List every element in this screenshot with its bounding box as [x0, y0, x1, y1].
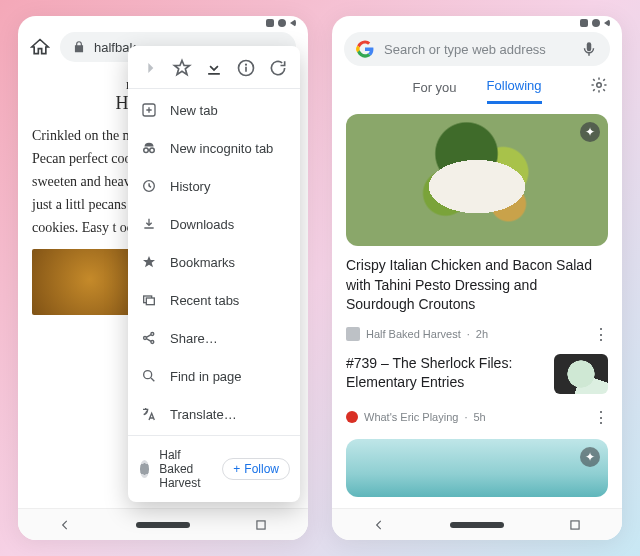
- menu-history[interactable]: History: [128, 167, 300, 205]
- forward-icon[interactable]: [140, 58, 160, 78]
- menu-find[interactable]: Find in page: [128, 357, 300, 395]
- menu-follow-row: Half Baked Harvest + Follow: [128, 438, 300, 502]
- source-name: What's Eric Playing: [364, 411, 458, 423]
- overflow-menu: New tab New incognito tab History Downlo…: [128, 46, 300, 502]
- card-title: #739 – The Sherlock Files: Elementary En…: [346, 354, 544, 393]
- share-icon: [140, 329, 158, 347]
- plus-icon: [140, 101, 158, 119]
- card-image[interactable]: ✦: [346, 439, 608, 497]
- svg-rect-2: [245, 67, 247, 72]
- follow-button[interactable]: + Follow: [222, 458, 290, 480]
- phone-left: halfbak H A L F H A R Crinkled on the mi…: [18, 16, 308, 540]
- menu-share[interactable]: Share…: [128, 319, 300, 357]
- card-source-row: Half Baked Harvest · 2h ⋮: [346, 325, 608, 344]
- menu-label: New tab: [170, 103, 218, 118]
- menu-recent-tabs[interactable]: Recent tabs: [128, 281, 300, 319]
- menu-label: Share…: [170, 331, 218, 346]
- menu-incognito[interactable]: New incognito tab: [128, 129, 300, 167]
- back-icon[interactable]: [372, 518, 386, 532]
- home-icon[interactable]: [30, 37, 50, 57]
- tab-for-you[interactable]: For you: [413, 80, 457, 103]
- svg-point-5: [150, 148, 155, 153]
- menu-label: New incognito tab: [170, 141, 273, 156]
- find-icon: [140, 367, 158, 385]
- history-icon: [140, 177, 158, 195]
- menu-label: Find in page: [170, 369, 242, 384]
- menu-label: History: [170, 179, 210, 194]
- translate-icon: [140, 405, 158, 423]
- source-favicon-icon: [346, 327, 360, 341]
- star-icon[interactable]: [172, 58, 192, 78]
- tab-following[interactable]: Following: [487, 78, 542, 104]
- save-pin-icon[interactable]: ✦: [580, 122, 600, 142]
- card-image[interactable]: ✦: [346, 114, 608, 246]
- refresh-icon[interactable]: [268, 58, 288, 78]
- phone-right: Search or type web address For you Follo…: [332, 16, 622, 540]
- status-bar: [18, 16, 308, 24]
- svg-point-9: [144, 337, 147, 340]
- save-pin-icon[interactable]: ✦: [580, 447, 600, 467]
- feed: ✦ Crispy Italian Chicken and Bacon Salad…: [332, 104, 622, 497]
- follow-label: Follow: [244, 462, 279, 476]
- svg-rect-14: [587, 42, 592, 51]
- menu-label: Bookmarks: [170, 255, 235, 270]
- search-input[interactable]: Search or type web address: [344, 32, 610, 66]
- svg-point-12: [144, 371, 152, 379]
- card-overflow-icon[interactable]: ⋮: [593, 408, 608, 427]
- system-nav-bar: [18, 508, 308, 540]
- google-logo-icon: [356, 40, 374, 58]
- gear-icon[interactable]: [590, 76, 608, 94]
- card-overflow-icon[interactable]: ⋮: [593, 325, 608, 344]
- svg-rect-8: [146, 298, 154, 305]
- svg-point-11: [151, 341, 154, 344]
- card-row[interactable]: #739 – The Sherlock Files: Elementary En…: [346, 354, 608, 394]
- home-pill[interactable]: [136, 522, 190, 528]
- svg-point-15: [597, 83, 602, 88]
- system-nav-bar: [332, 508, 622, 540]
- svg-rect-16: [571, 520, 579, 528]
- menu-new-tab[interactable]: New tab: [128, 91, 300, 129]
- status-bar: [332, 16, 622, 24]
- svg-point-4: [144, 148, 149, 153]
- overview-icon[interactable]: [568, 518, 582, 532]
- recent-tabs-icon: [140, 291, 158, 309]
- source-age: 2h: [476, 328, 488, 340]
- svg-point-10: [151, 333, 154, 336]
- feed-tabs: For you Following: [332, 68, 622, 104]
- home-pill[interactable]: [450, 522, 504, 528]
- search-bar-row: Search or type web address: [332, 24, 622, 68]
- svg-point-1: [245, 64, 247, 66]
- source-age: 5h: [473, 411, 485, 423]
- lock-icon: [72, 40, 86, 54]
- site-name: Half Baked Harvest: [159, 448, 212, 490]
- bookmark-star-icon: [140, 253, 158, 271]
- back-icon[interactable]: [58, 518, 72, 532]
- search-placeholder: Search or type web address: [384, 42, 546, 57]
- download-small-icon: [140, 215, 158, 233]
- overview-icon[interactable]: [254, 518, 268, 532]
- incognito-icon: [140, 139, 158, 157]
- card-source-row: What's Eric Playing · 5h ⋮: [346, 408, 608, 427]
- menu-label: Downloads: [170, 217, 234, 232]
- menu-bookmarks[interactable]: Bookmarks: [128, 243, 300, 281]
- menu-label: Translate…: [170, 407, 237, 422]
- download-icon[interactable]: [204, 58, 224, 78]
- card-title[interactable]: Crispy Italian Chicken and Bacon Salad w…: [346, 256, 608, 315]
- source-favicon-icon: [346, 411, 358, 423]
- plus-small-icon: +: [233, 462, 240, 476]
- menu-label: Recent tabs: [170, 293, 239, 308]
- source-name: Half Baked Harvest: [366, 328, 461, 340]
- card-thumb: [554, 354, 608, 394]
- svg-rect-13: [257, 520, 265, 528]
- site-favicon-icon: [140, 460, 149, 478]
- info-icon[interactable]: [236, 58, 256, 78]
- mic-icon[interactable]: [580, 40, 598, 58]
- menu-downloads[interactable]: Downloads: [128, 205, 300, 243]
- menu-translate[interactable]: Translate…: [128, 395, 300, 433]
